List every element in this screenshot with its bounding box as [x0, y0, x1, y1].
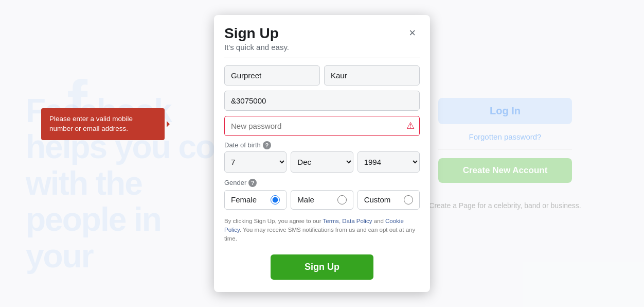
gender-custom-radio[interactable]: [404, 195, 413, 204]
signup-button[interactable]: Sign Up: [271, 254, 373, 280]
gender-male-label: Male: [297, 195, 314, 204]
dob-month-select[interactable]: JanFebMarApr MayJunJulAug SepOctNovDec: [291, 151, 353, 173]
modal-subtitle: It's quick and easy.: [224, 43, 289, 52]
dob-section: Date of birth ? 7 123 456 8910 111213 14…: [224, 141, 420, 173]
name-row: [224, 65, 420, 86]
modal-title: Sign Up: [224, 25, 289, 42]
data-policy-link[interactable]: Data Policy: [342, 218, 372, 224]
modal-backdrop: Sign Up It's quick and easy. × ⚠ Da: [0, 0, 644, 307]
modal-header-text: Sign Up It's quick and easy.: [224, 25, 289, 52]
first-name-input[interactable]: [224, 65, 320, 86]
gender-female-label: Female: [231, 195, 257, 204]
last-name-input[interactable]: [324, 65, 420, 86]
email-mobile-input[interactable]: [224, 91, 420, 111]
gender-label: Gender ?: [224, 179, 420, 187]
gender-custom-label: Custom: [364, 195, 391, 204]
gender-female-option[interactable]: Female: [224, 190, 287, 210]
gender-male-radio[interactable]: [337, 195, 347, 204]
gender-section: Gender ? Female Male Custom: [224, 179, 420, 210]
signup-modal: Sign Up It's quick and easy. × ⚠ Da: [214, 15, 430, 293]
dob-help-icon[interactable]: ?: [263, 141, 271, 149]
gender-female-radio[interactable]: [271, 195, 280, 204]
dob-day-select[interactable]: 7 123 456 8910 111213 141516 171819 2021…: [224, 151, 287, 173]
dob-label: Date of birth ?: [224, 141, 420, 149]
password-wrapper: ⚠: [224, 116, 420, 136]
modal-close-button[interactable]: ×: [405, 25, 420, 41]
modal-header: Sign Up It's quick and easy. ×: [224, 25, 420, 58]
terms-text: By clicking Sign Up, you agree to our Te…: [224, 217, 420, 244]
password-error-icon: ⚠: [406, 120, 415, 131]
password-input[interactable]: [224, 116, 420, 136]
gender-help-icon[interactable]: ?: [248, 179, 257, 187]
gender-male-option[interactable]: Male: [291, 190, 353, 210]
dob-row: 7 123 456 8910 111213 141516 171819 2021…: [224, 151, 420, 173]
modal-body: ⚠ Date of birth ? 7 123 456 8910 111213 …: [224, 65, 420, 280]
dob-year-select[interactable]: 1994 20052004 20032002 20012000 19991998…: [357, 151, 420, 173]
terms-link[interactable]: Terms: [323, 218, 339, 224]
gender-custom-option[interactable]: Custom: [357, 190, 420, 210]
cookie-policy-link[interactable]: Cookie Policy: [224, 218, 404, 233]
gender-options: Female Male Custom: [224, 190, 420, 210]
